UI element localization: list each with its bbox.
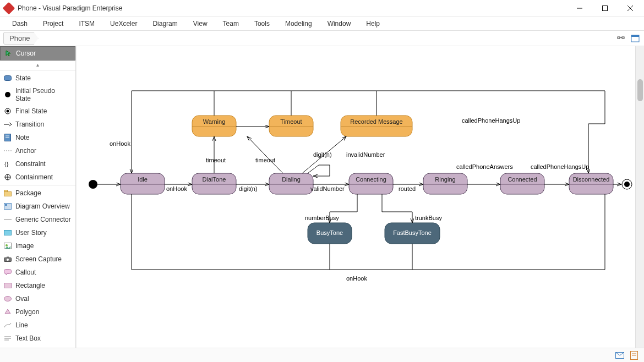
menu-project[interactable]: Project bbox=[35, 18, 71, 30]
panel-toggle-icon[interactable] bbox=[630, 33, 641, 44]
line-icon bbox=[3, 321, 12, 330]
svg-point-46 bbox=[624, 182, 630, 187]
palette-item-cursor[interactable]: Cursor bbox=[0, 46, 75, 61]
status-bar bbox=[0, 348, 644, 362]
transition[interactable] bbox=[247, 136, 283, 173]
menu-help[interactable]: Help bbox=[358, 18, 388, 30]
containment-icon bbox=[3, 173, 12, 182]
svg-rect-31 bbox=[7, 257, 9, 258]
polygon-icon bbox=[3, 308, 12, 316]
title-bar: Phone - Visual Paradigm Enterprise bbox=[0, 0, 644, 17]
palette-item-label: Image bbox=[15, 242, 34, 250]
palette-item-line[interactable]: Line bbox=[0, 319, 75, 332]
userstory-icon bbox=[3, 228, 12, 237]
svg-rect-22 bbox=[4, 192, 12, 196]
state-icon bbox=[3, 74, 12, 83]
mail-icon[interactable] bbox=[614, 350, 625, 361]
palette-item-oval[interactable]: Oval bbox=[0, 292, 75, 305]
menu-view[interactable]: View bbox=[185, 18, 215, 30]
rect-icon bbox=[3, 281, 12, 290]
vertical-scrollbar[interactable] bbox=[635, 46, 644, 348]
state-connected[interactable] bbox=[500, 173, 544, 194]
state-ringing[interactable] bbox=[423, 173, 467, 194]
palette-item-final[interactable]: Final State bbox=[0, 105, 75, 118]
breadcrumb[interactable]: Phone bbox=[3, 32, 39, 45]
final-icon bbox=[3, 107, 12, 116]
palette-item-note[interactable]: Note bbox=[0, 131, 75, 144]
palette-item-anchor[interactable]: Anchor bbox=[0, 144, 75, 157]
palette-item-label: Final State bbox=[15, 107, 47, 115]
menu-dash[interactable]: Dash bbox=[4, 18, 35, 30]
palette-item-label: Cursor bbox=[16, 50, 36, 57]
palette-item-polygon[interactable]: Polygon bbox=[0, 305, 75, 319]
state-connecting[interactable] bbox=[349, 173, 393, 194]
palette-scroll-up[interactable]: ▴ bbox=[0, 61, 75, 69]
close-button[interactable] bbox=[618, 0, 643, 17]
svg-rect-34 bbox=[4, 283, 12, 288]
palette-item-label: Diagram Overview bbox=[15, 202, 70, 210]
menu-team[interactable]: Team bbox=[215, 18, 247, 30]
textbox-icon bbox=[3, 334, 12, 343]
menu-itsm[interactable]: ITSM bbox=[71, 18, 102, 30]
state-recorded-label: Recorded Message bbox=[350, 118, 402, 125]
svg-rect-4 bbox=[618, 37, 620, 39]
palette-item-capture[interactable]: Screen Capture bbox=[0, 253, 75, 266]
menu-tools[interactable]: Tools bbox=[247, 18, 277, 30]
layout-icon[interactable] bbox=[615, 33, 626, 44]
svg-rect-8 bbox=[631, 35, 639, 37]
canvas[interactable]: Idle DialTone Dialing Connecting Ringing… bbox=[76, 46, 635, 348]
menu-diagram[interactable]: Diagram bbox=[145, 18, 185, 30]
state-busytone-label: BusyTone bbox=[316, 229, 343, 236]
palette-item-callout[interactable]: Callout bbox=[0, 266, 75, 279]
svg-rect-1 bbox=[603, 6, 608, 10]
oval-icon bbox=[3, 294, 12, 303]
state-timeout-label: Timeout bbox=[280, 118, 302, 125]
minimize-button[interactable] bbox=[567, 0, 592, 17]
edge-label-timeout2: timeout bbox=[255, 157, 275, 163]
palette-item-generic[interactable]: Generic Connector bbox=[0, 213, 75, 226]
palette-item-label: Initial Pseudo State bbox=[15, 87, 72, 102]
svg-point-29 bbox=[6, 244, 8, 246]
palette-scroll-down[interactable]: ▾ bbox=[0, 345, 75, 348]
menu-uexceler[interactable]: UeXceler bbox=[102, 18, 145, 30]
transition-hangsup-top[interactable] bbox=[588, 91, 605, 173]
transition-self[interactable] bbox=[308, 165, 330, 176]
palette-item-overview[interactable]: Diagram Overview bbox=[0, 200, 75, 213]
palette-item-initial[interactable]: Initial Pseudo State bbox=[0, 85, 75, 105]
state-disconnected[interactable] bbox=[569, 173, 613, 194]
palette-item-userstory[interactable]: User Story bbox=[0, 226, 75, 239]
svg-point-35 bbox=[4, 297, 12, 301]
palette-item-label: Containment bbox=[15, 173, 53, 181]
transition[interactable] bbox=[302, 136, 346, 173]
palette-item-image[interactable]: Image bbox=[0, 239, 75, 253]
callout-icon bbox=[3, 268, 12, 277]
palette-item-label: Transition bbox=[15, 120, 44, 128]
state-dialtone[interactable] bbox=[192, 173, 236, 194]
palette-item-state[interactable]: State bbox=[0, 72, 75, 85]
state-dialing[interactable] bbox=[269, 173, 313, 194]
anchor-icon bbox=[3, 146, 12, 155]
menu-modeling[interactable]: Modeling bbox=[277, 18, 320, 30]
palette-item-rect[interactable]: Rectangle bbox=[0, 279, 75, 292]
svg-rect-5 bbox=[622, 37, 624, 39]
palette-item-constraint[interactable]: {}Constraint bbox=[0, 157, 75, 171]
cursor-icon bbox=[4, 49, 13, 58]
palette-item-transition[interactable]: Transition bbox=[0, 118, 75, 131]
initial-pseudo-state[interactable] bbox=[89, 180, 97, 189]
overview-icon bbox=[3, 202, 12, 211]
palette-item-containment[interactable]: Containment bbox=[0, 171, 75, 184]
edge-label-hangsup1: calledPhoneHangsUp bbox=[531, 163, 589, 170]
state-fastbusy-label: FastBusyTone bbox=[393, 229, 432, 236]
transition[interactable] bbox=[382, 194, 412, 223]
maximize-button[interactable] bbox=[592, 0, 618, 17]
palette-item-textbox[interactable]: Text Box bbox=[0, 332, 75, 345]
state-idle[interactable] bbox=[121, 173, 165, 194]
note-icon[interactable] bbox=[629, 350, 640, 361]
palette-item-label: Callout bbox=[15, 268, 36, 276]
capture-icon bbox=[3, 255, 12, 264]
menu-window[interactable]: Window bbox=[320, 18, 359, 30]
palette-item-label: Polygon bbox=[15, 308, 39, 316]
palette-item-label: Text Box bbox=[15, 334, 41, 342]
palette-item-package[interactable]: Package bbox=[0, 187, 75, 200]
scrollbar-thumb[interactable] bbox=[637, 79, 643, 101]
